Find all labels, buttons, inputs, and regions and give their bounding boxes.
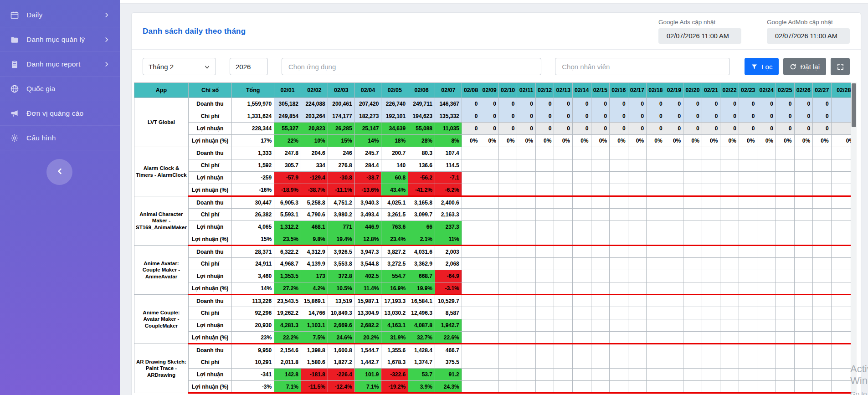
metric-label-cell: Lợi nhuận (%) [188,135,231,147]
day-value-cell [517,295,535,307]
day-value-cell [665,369,683,381]
day-value-cell [647,282,665,295]
day-value-cell: 4,139.9 [301,258,328,270]
day-value-cell: 80.3 [408,147,435,159]
day-value-cell [776,332,794,344]
employee-select-input[interactable] [555,58,730,75]
day-value-cell [572,209,591,221]
table-row: Lợi nhuận20,9304,281.31,103.12,669.62,68… [134,319,857,332]
sidebar-item-danh-m-c-report[interactable]: Danh mục report [0,52,120,77]
sidebar-item-daily[interactable]: Daily [0,3,120,27]
day-value-cell [776,147,794,159]
day-value-cell [535,233,554,246]
day-value-cell [554,344,573,356]
vertical-scrollbar[interactable] [851,82,857,394]
chevron-right-icon [103,36,110,43]
day-value-cell [591,221,610,233]
day-value-cell: 4,087.8 [408,319,435,332]
reset-button[interactable]: Đặt lại [783,58,826,75]
app-select-input[interactable] [282,58,541,75]
day-value-cell: 1,827.2 [328,356,354,369]
day-value-cell: 668.7 [408,270,435,282]
day-value-cell [794,282,813,295]
day-value-cell: 276.8 [328,159,354,172]
day-value-cell: 2.1% [408,233,435,246]
day-value-cell [757,258,776,270]
day-value-cell [813,369,832,381]
daily-table-container: AppChỉ sốTổng02/0102/0202/0302/0402/0502… [134,82,857,394]
day-value-cell [757,196,776,209]
day-value-cell [776,221,794,233]
day-value-cell: 146,367 [435,98,462,110]
sidebar-item--n-v-qu-ng-c-o[interactable]: Đơn vị quảng cáo [0,101,120,126]
day-value-cell [647,258,665,270]
day-value-cell: 0 [794,123,813,135]
day-value-cell [572,159,591,172]
day-value-cell [776,172,794,184]
scrollbar-thumb[interactable] [852,83,856,127]
column-header-02-26: 02/26 [794,83,813,98]
day-value-cell [813,295,832,307]
day-value-cell [739,307,757,319]
day-value-cell [572,184,591,196]
total-cell: 1,331,624 [232,110,274,123]
day-value-cell: 0% [647,135,665,147]
day-value-cell [665,209,683,221]
day-value-cell [813,258,832,270]
total-cell: -259 [232,172,274,184]
day-value-cell [702,172,720,184]
day-value-cell [628,282,647,295]
sidebar-collapse-button[interactable] [46,159,72,185]
day-value-cell [647,332,665,344]
metric-label-cell: Lợi nhuận [188,270,231,282]
day-value-cell [720,221,739,233]
sidebar-item-c-u-h-nh[interactable]: Cấu hình [0,126,120,150]
day-value-cell: 0 [647,98,665,110]
day-value-cell [720,258,739,270]
day-value-cell: 8,587 [435,307,462,319]
sidebar-item-danh-m-c-qu-n-l-[interactable]: Danh mục quản lý [0,27,120,52]
day-value-cell [720,159,739,172]
day-value-cell: 1,600.8 [328,344,354,356]
app-block: Animal Character Maker - ST169_AnimalMak… [134,196,857,246]
total-cell: 24,911 [232,258,274,270]
day-value-cell: 4.2% [301,282,328,295]
day-value-cell [572,147,591,159]
day-value-cell [517,147,535,159]
day-value-cell [554,258,573,270]
total-cell: 10,291 [232,356,274,369]
day-value-cell [554,282,573,295]
day-value-cell [647,147,665,159]
day-value-cell [739,344,757,356]
day-value-cell [794,381,813,393]
day-value-cell: 2,068 [435,258,462,270]
day-value-cell [702,356,720,369]
fullscreen-button[interactable] [831,58,850,75]
day-value-cell: 0 [480,110,499,123]
year-input[interactable] [230,58,268,75]
day-value-cell [628,184,647,196]
month-select[interactable]: Tháng 2 [143,58,216,75]
day-value-cell [610,221,628,233]
day-value-cell: 0 [591,123,610,135]
sidebar-item-qu-c-gia[interactable]: Quốc gia [0,77,120,101]
filter-button[interactable]: Lọc [745,58,779,75]
day-value-cell: 12,496.3 [408,307,435,319]
day-value-cell: 6,905.3 [274,196,301,209]
day-value-cell: 19,262.2 [274,307,301,319]
day-value-cell [794,344,813,356]
column-header-02-10: 02/10 [498,83,517,98]
day-value-cell: 334 [301,159,328,172]
day-value-cell: 4,790.6 [301,209,328,221]
day-value-cell: 0 [554,110,573,123]
day-value-cell [720,196,739,209]
day-value-cell [517,172,535,184]
day-value-cell [480,246,499,258]
day-value-cell [813,196,832,209]
day-value-cell [572,233,591,246]
column-header-02-05: 02/05 [381,83,408,98]
refresh-icon [790,63,796,70]
day-value-cell: 32.7% [408,332,435,344]
day-value-cell: 55,327 [274,123,301,135]
day-value-cell: 0 [610,123,628,135]
